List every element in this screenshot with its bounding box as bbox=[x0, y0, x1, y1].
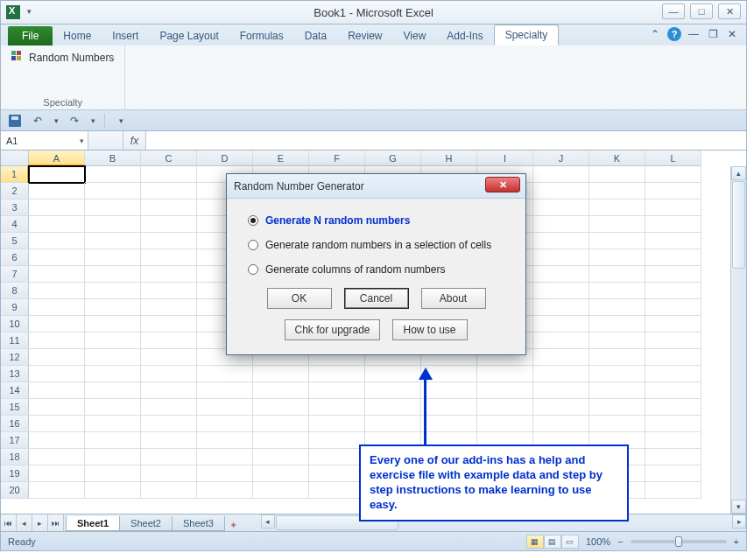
column-header-h[interactable]: H bbox=[421, 150, 477, 166]
cell-B20[interactable] bbox=[85, 482, 141, 499]
row-header-2[interactable]: 2 bbox=[1, 183, 29, 200]
cell-F14[interactable] bbox=[309, 382, 365, 399]
tab-page-layout[interactable]: Page Layout bbox=[149, 26, 229, 46]
cell-F20[interactable] bbox=[309, 482, 365, 499]
cell-L16[interactable] bbox=[645, 416, 701, 432]
page-layout-view-button[interactable]: ▤ bbox=[544, 535, 561, 549]
cell-L13[interactable] bbox=[645, 366, 701, 382]
cell-K15[interactable] bbox=[589, 399, 645, 416]
cell-C3[interactable] bbox=[141, 200, 197, 216]
cell-D13[interactable] bbox=[197, 366, 253, 382]
select-all-corner[interactable] bbox=[1, 150, 29, 166]
cell-B4[interactable] bbox=[85, 216, 141, 233]
cell-E19[interactable] bbox=[253, 466, 309, 482]
cell-B3[interactable] bbox=[85, 200, 141, 216]
cell-J13[interactable] bbox=[533, 366, 589, 382]
cell-K9[interactable] bbox=[589, 299, 645, 316]
tab-add-ins[interactable]: Add-Ins bbox=[436, 26, 493, 46]
cell-C4[interactable] bbox=[141, 216, 197, 233]
radio-icon[interactable] bbox=[248, 264, 258, 275]
vscroll-thumb[interactable] bbox=[732, 181, 745, 269]
row-header-14[interactable]: 14 bbox=[1, 382, 29, 399]
cell-J6[interactable] bbox=[533, 249, 589, 266]
cell-K11[interactable] bbox=[589, 332, 645, 349]
cell-K6[interactable] bbox=[589, 249, 645, 266]
cell-B2[interactable] bbox=[85, 183, 141, 200]
redo-button[interactable]: ↷ bbox=[66, 113, 83, 129]
formula-input[interactable] bbox=[146, 131, 746, 150]
cell-B9[interactable] bbox=[85, 299, 141, 316]
cell-B18[interactable] bbox=[85, 449, 141, 466]
cell-A18[interactable] bbox=[29, 449, 85, 466]
cell-D19[interactable] bbox=[197, 466, 253, 482]
cell-I13[interactable] bbox=[477, 366, 533, 382]
cell-A7[interactable] bbox=[29, 266, 85, 283]
column-header-i[interactable]: I bbox=[477, 150, 533, 166]
cell-J16[interactable] bbox=[533, 416, 589, 432]
cell-I15[interactable] bbox=[477, 399, 533, 416]
cell-A6[interactable] bbox=[29, 249, 85, 266]
cell-K5[interactable] bbox=[589, 233, 645, 249]
cell-C12[interactable] bbox=[141, 349, 197, 366]
workbook-close-button[interactable]: ✕ bbox=[725, 27, 739, 41]
column-header-f[interactable]: F bbox=[309, 150, 365, 166]
cell-J5[interactable] bbox=[533, 233, 589, 249]
column-header-k[interactable]: K bbox=[589, 150, 645, 166]
cell-E20[interactable] bbox=[253, 482, 309, 499]
cell-D20[interactable] bbox=[197, 482, 253, 499]
cell-B13[interactable] bbox=[85, 366, 141, 382]
cell-A2[interactable] bbox=[29, 183, 85, 200]
column-header-c[interactable]: C bbox=[141, 150, 197, 166]
qat-customize-dropdown-2[interactable] bbox=[112, 113, 130, 129]
cell-K4[interactable] bbox=[589, 216, 645, 233]
tab-data[interactable]: Data bbox=[294, 26, 337, 46]
cell-L14[interactable] bbox=[645, 382, 701, 399]
cell-F19[interactable] bbox=[309, 466, 365, 482]
column-header-e[interactable]: E bbox=[253, 150, 309, 166]
scroll-right-button[interactable] bbox=[732, 514, 746, 528]
undo-dropdown[interactable] bbox=[52, 113, 60, 129]
column-header-l[interactable]: L bbox=[645, 150, 701, 166]
cell-I14[interactable] bbox=[477, 382, 533, 399]
cell-L6[interactable] bbox=[645, 249, 701, 266]
cell-E15[interactable] bbox=[253, 399, 309, 416]
ok-button[interactable]: OK bbox=[267, 288, 332, 309]
radio-icon[interactable] bbox=[248, 215, 258, 226]
name-box[interactable]: A1 bbox=[1, 131, 88, 150]
option-generate-selection[interactable]: Generate random numbers in a selection o… bbox=[248, 239, 504, 251]
new-sheet-button[interactable]: ✦ bbox=[224, 520, 243, 531]
row-header-5[interactable]: 5 bbox=[1, 233, 29, 249]
dialog-title-bar[interactable]: Random Number Generator ✕ bbox=[227, 174, 525, 199]
vertical-scrollbar[interactable] bbox=[730, 166, 746, 514]
tab-review[interactable]: Review bbox=[337, 26, 392, 46]
cell-F15[interactable] bbox=[309, 399, 365, 416]
sheet-nav-last[interactable]: ⏭ bbox=[48, 514, 64, 531]
cell-F13[interactable] bbox=[309, 366, 365, 382]
cell-C19[interactable] bbox=[141, 466, 197, 482]
cell-C5[interactable] bbox=[141, 233, 197, 249]
cell-B1[interactable] bbox=[85, 166, 141, 183]
about-button[interactable]: About bbox=[421, 288, 486, 309]
row-header-1[interactable]: 1 bbox=[1, 166, 29, 183]
zoom-slider[interactable] bbox=[631, 540, 727, 543]
tab-view[interactable]: View bbox=[393, 26, 437, 46]
cell-C2[interactable] bbox=[141, 183, 197, 200]
cell-C10[interactable] bbox=[141, 316, 197, 332]
cell-B10[interactable] bbox=[85, 316, 141, 332]
cell-A3[interactable] bbox=[29, 200, 85, 216]
cell-D17[interactable] bbox=[197, 432, 253, 449]
row-header-6[interactable]: 6 bbox=[1, 249, 29, 266]
cell-C9[interactable] bbox=[141, 299, 197, 316]
cell-K3[interactable] bbox=[589, 200, 645, 216]
cell-F17[interactable] bbox=[309, 432, 365, 449]
check-upgrade-button[interactable]: Chk for upgrade bbox=[285, 319, 379, 340]
scroll-down-button[interactable] bbox=[731, 500, 746, 514]
cell-C18[interactable] bbox=[141, 449, 197, 466]
cancel-button[interactable]: Cancel bbox=[344, 288, 409, 309]
cell-A4[interactable] bbox=[29, 216, 85, 233]
sheet-tab-2[interactable]: Sheet2 bbox=[119, 516, 173, 531]
cell-I16[interactable] bbox=[477, 416, 533, 432]
fx-button[interactable]: fx bbox=[123, 131, 146, 150]
row-header-13[interactable]: 13 bbox=[1, 366, 29, 382]
cell-L4[interactable] bbox=[645, 216, 701, 233]
